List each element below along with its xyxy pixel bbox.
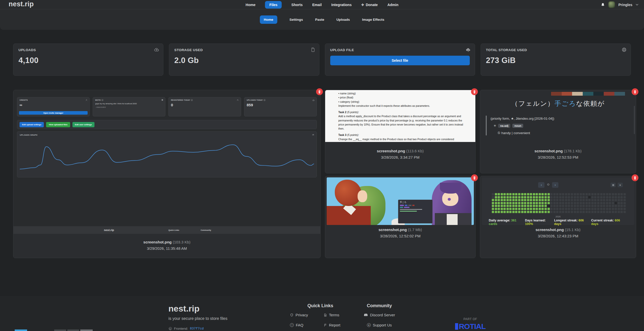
file-card-anki: ‹ ○ › ♥ 2026 Daily average: 361 cards Da… (480, 176, 636, 258)
stat-value: 273 GiB (486, 56, 626, 65)
nav-email[interactable]: Email (312, 3, 322, 7)
thumbnail-japanese[interactable]: （フェルン）手ごろな依頼が (priority form, ★, Jitende… (480, 90, 636, 142)
globe-icon (621, 47, 627, 52)
footer-brand: nest.rip (168, 304, 200, 314)
thumbnail-footer-brand: nest.rip (104, 229, 114, 232)
plane-icon: ✈ (361, 3, 364, 7)
thumbnail-document[interactable]: name (string) price (float) category (st… (325, 90, 475, 142)
thumbnail-footer-quick-links: Quick Links (168, 229, 179, 231)
delete-file-button[interactable] (471, 88, 478, 95)
heatmap-options: ♥ (611, 183, 623, 187)
pos-tag: noun (512, 124, 523, 128)
grid-icon (611, 183, 616, 187)
upload-cloud-icon (312, 99, 315, 101)
link-terms[interactable]: Terms (324, 313, 351, 317)
logo-block (455, 323, 458, 330)
file-card-dashboard: CREDITS ∞ Open invite manager MOTDi guys… (13, 90, 321, 258)
page-footer: nest.rip is your secure place to store f… (0, 296, 644, 331)
user-name[interactable]: Pringles (618, 3, 632, 7)
uploads-line-chart (20, 138, 314, 175)
link-report[interactable]: Report (324, 323, 351, 327)
select-file-button[interactable]: Select file (330, 56, 470, 65)
partner-logo[interactable]: ROTIAL (454, 323, 487, 330)
nav-admin[interactable]: Admin (387, 3, 399, 7)
mini-label: UPLOADS TODAYi (247, 99, 314, 101)
mini-label: MOTDi (95, 99, 163, 101)
dictionary-popup: 手ごろ (398, 200, 433, 223)
frontend-label: Frontend: (174, 327, 188, 330)
girl-bangs-shape (440, 183, 461, 194)
subnav-settings[interactable]: Settings (289, 18, 303, 22)
doc-paragraph: Change the __eq__ magic method in the Pr… (338, 137, 464, 141)
file-date: 3/29/2026, 11:35:48 AM (13, 246, 320, 251)
stat-label: TOTAL STORAGE USED (486, 48, 626, 52)
bell-icon[interactable] (601, 3, 605, 7)
heart-icon: ♥ (618, 183, 623, 187)
thumbnail-anime[interactable]: 手ごろ (327, 177, 474, 225)
girl-blouse-shape (447, 214, 458, 225)
part-of-block: PART OF ROTIAL (454, 317, 487, 330)
info-icon: i (264, 99, 265, 101)
thumbnail-dashboard[interactable]: CREDITS ∞ Open invite manager MOTDi guys… (13, 90, 320, 234)
subnav-paste[interactable]: Paste (315, 18, 324, 22)
header-user-area: Pringles (601, 0, 638, 9)
nav-integrations[interactable]: Integrations (331, 3, 352, 7)
nav-donate[interactable]: ✈Donate (361, 3, 378, 7)
file-caption: screenshot.png (103.3 Kb) 3/29/2026, 11:… (13, 234, 320, 251)
stat-value: 2.0 Gb (174, 56, 314, 65)
thumbnail-site-footer: nest.rip Quick Links Community (13, 226, 320, 234)
file-size: (178.1 Kb) (564, 149, 581, 153)
delete-file-button[interactable] (632, 174, 638, 181)
file-card-anime: 手ごろ screenshot.png (1.7 Mb) 3/28/2026, 1… (325, 176, 476, 258)
subnav-uploads[interactable]: Uploads (336, 18, 350, 22)
stats-row: UPLOADS 4,100 STORAGE USED 2.0 Gb UPLOAD… (13, 44, 631, 76)
link-faq[interactable]: ? FAQ (290, 323, 317, 327)
review-heatmap (492, 193, 626, 213)
heatmap-nav: ‹ ○ › (538, 182, 558, 188)
doc-paragraph: Implement the constructor such that it e… (338, 104, 464, 108)
thumbnail-anki-stats[interactable]: ‹ ○ › ♥ 2026 Daily average: 361 cards Da… (482, 177, 634, 225)
subnav-home[interactable]: Home (260, 15, 278, 24)
doc-bullet: name (string) (338, 91, 464, 95)
part-of-label: PART OF (463, 317, 477, 321)
nav-home[interactable]: Home (246, 3, 256, 7)
prev-icon: ‹ (538, 182, 544, 188)
delete-file-button[interactable] (316, 88, 323, 95)
stat-label: UPLOADS (18, 48, 158, 52)
file-caption: screenshot.png (1.7 Mb) 3/28/2026, 12:52… (325, 225, 475, 238)
uploads-graph-label: UPLOADS GRAPH (20, 134, 314, 136)
chart-icon (312, 133, 314, 136)
taskbar-artifact (67, 329, 79, 331)
doc-bullet: category (string) (338, 100, 464, 104)
stat-label: UPLOAD FILE (330, 48, 470, 52)
footer-frontend-version: Frontend: 837f7cd (168, 327, 204, 330)
nav-shorts[interactable]: Shorts (291, 3, 303, 7)
link-support-us[interactable]: ♥ Support Us (357, 323, 402, 327)
delete-file-button[interactable] (471, 174, 478, 181)
document-icon (324, 313, 327, 317)
subnav-image-effects[interactable]: Image Effects (362, 18, 384, 22)
mini-card-motd: MOTDi guys try my amazing site i think i… (93, 97, 165, 116)
delete-file-button[interactable] (632, 88, 638, 95)
heart-icon: ♥ (367, 323, 371, 327)
file-name: screenshot.png (379, 227, 407, 232)
boy-face-shape (358, 190, 367, 202)
link-discord[interactable]: Discord Server (357, 313, 402, 317)
popup-title: 手ごろ (400, 201, 431, 204)
taskbar-artifact-blue (15, 329, 27, 331)
edit-upload-settings-button: Edit upload settings (19, 122, 44, 127)
cloud-upload-icon (465, 47, 471, 52)
quick-links-title: Quick Links (290, 303, 351, 308)
frontend-commit-link[interactable]: 837f7cd (190, 327, 204, 330)
view-uploaded-files-button: View uploaded files (46, 122, 70, 127)
motd-text: guys try my amazing site i think its loc… (95, 102, 163, 105)
nav-files[interactable]: Files (265, 1, 282, 9)
avatar[interactable] (608, 1, 615, 8)
jp-sentence: （フェルン）手ごろな依頼が (480, 99, 636, 108)
site-logo[interactable]: nest.rip (9, 0, 34, 8)
asterisk-icon: ✳ (494, 124, 496, 128)
uploads-graph-panel: UPLOADS GRAPH (17, 131, 317, 177)
footer-quick-links: Quick Links Privacy Terms ? FAQ Report (290, 303, 351, 327)
chevron-down-icon[interactable] (636, 4, 638, 6)
link-privacy[interactable]: Privacy (290, 313, 317, 317)
